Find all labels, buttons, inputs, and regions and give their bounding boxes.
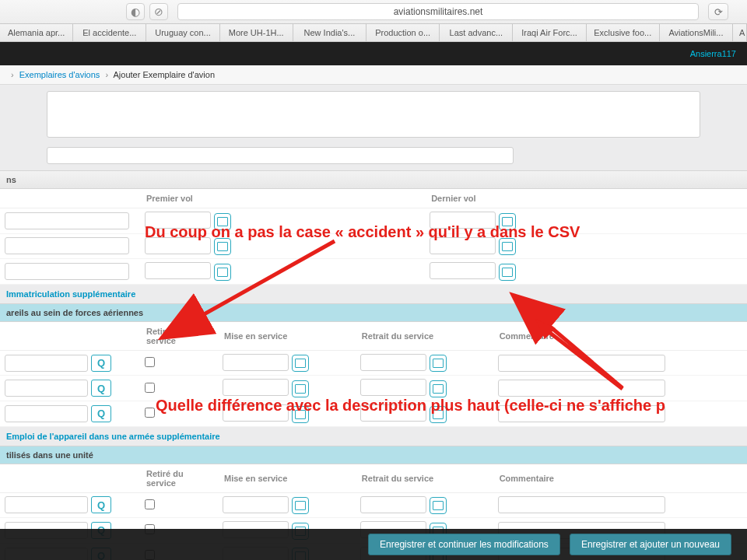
save-continue-button[interactable]: Enregistrer et continuer les modificatio… (368, 534, 560, 555)
section-header: ns (0, 170, 747, 189)
lookup-input[interactable] (5, 405, 88, 422)
dernier-vol-input[interactable] (430, 262, 496, 279)
calendar-icon[interactable] (430, 497, 447, 514)
calendar-icon[interactable] (292, 355, 309, 372)
retire-checkbox[interactable] (145, 357, 155, 367)
reload-icon[interactable]: ⟳ (708, 3, 728, 20)
retire-checkbox[interactable] (145, 408, 155, 418)
forces-table: Retiré du service Mise en service Retrai… (0, 322, 747, 427)
mise-service-input[interactable] (223, 404, 289, 422)
add-emploi-armee-link[interactable]: Emploi de l'appareil dans une armée supp… (6, 432, 220, 441)
mise-service-input[interactable] (223, 354, 289, 371)
lookup-input[interactable] (5, 380, 88, 397)
col-premier-vol: Premier vol (140, 189, 425, 208)
tab[interactable]: A (733, 24, 747, 41)
search-icon[interactable]: Q (91, 380, 111, 397)
tab[interactable]: Last advanc... (440, 24, 513, 41)
col-retire-service: Retiré du service (140, 464, 218, 493)
lookup-input[interactable] (5, 496, 88, 513)
search-icon[interactable]: Q (91, 496, 111, 513)
calendar-icon[interactable] (430, 355, 447, 372)
commentaire-input[interactable] (498, 496, 665, 513)
calendar-icon[interactable] (214, 238, 231, 255)
calendar-icon[interactable] (499, 213, 516, 230)
tab[interactable]: Exclusive foo... (587, 24, 660, 41)
search-icon[interactable]: Q (91, 405, 111, 422)
breadcrumb-parent[interactable]: Exemplaires d'avions (19, 70, 100, 79)
col-retire-service: Retiré du service (140, 322, 218, 351)
calendar-icon[interactable] (292, 380, 309, 397)
calendar-icon[interactable] (499, 238, 516, 255)
col-mise-service: Mise en service (218, 322, 356, 351)
stop-icon[interactable]: ⊘ (149, 3, 168, 20)
username-link[interactable]: Ansierra117 (690, 49, 736, 58)
description-textarea[interactable] (47, 91, 700, 138)
lookup-input[interactable] (5, 355, 88, 372)
col-commentaire: Commentaire (493, 464, 747, 493)
tab[interactable]: AviationsMili... (660, 24, 733, 41)
premier-vol-input[interactable] (145, 262, 211, 279)
row-input[interactable] (5, 263, 129, 280)
retire-checkbox[interactable] (145, 499, 155, 509)
col-mise-service: Mise en service (218, 464, 356, 493)
row-input[interactable] (5, 237, 129, 254)
col-commentaire: Commentaire (493, 322, 747, 351)
calendar-icon[interactable] (292, 497, 309, 514)
browser-chrome: ◐ ⊘ aviationsmilitaires.net ⟳ Alemania a… (0, 0, 747, 42)
calendar-icon[interactable] (292, 406, 309, 423)
save-new-button[interactable]: Enregistrer et ajouter un nouveau (570, 534, 731, 555)
col-retrait-service: Retrait du service (356, 464, 493, 493)
tab[interactable]: Production o... (366, 24, 440, 41)
search-icon[interactable]: Q (91, 355, 111, 372)
calendar-icon[interactable] (214, 264, 231, 281)
app-topbar: Ansierra117 (0, 42, 747, 65)
address-bar[interactable]: aviationsmilitaires.net (177, 3, 699, 20)
dernier-vol-input[interactable] (430, 212, 496, 229)
section-forces-aeriennes: areils au sein de forces aériennes (0, 303, 747, 322)
commentaire-input[interactable] (498, 380, 665, 397)
retrait-service-input[interactable] (360, 354, 426, 371)
col-retrait-service: Retrait du service (356, 322, 493, 351)
tab-strip: Alemania apr... El accidente... Uruguay … (0, 23, 747, 41)
breadcrumb-current: Ajouter Exemplaire d'avion (114, 70, 216, 79)
mise-service-input[interactable] (223, 379, 289, 396)
flight-dates-table: Premier vol Dernier vol (0, 189, 747, 285)
calendar-icon[interactable] (214, 213, 231, 230)
retrait-service-input[interactable] (360, 404, 426, 422)
tab[interactable]: Iraqi Air Forc... (513, 24, 586, 41)
calendar-icon[interactable] (499, 264, 516, 281)
tab[interactable]: More UH-1H... (220, 24, 293, 41)
section-unite: tilisés dans une unité (0, 446, 747, 464)
retrait-service-input[interactable] (360, 379, 426, 396)
chevron-right-icon: › (11, 70, 14, 79)
breadcrumb: › Exemplaires d'avions › Ajouter Exempla… (0, 65, 747, 85)
retire-checkbox[interactable] (145, 383, 155, 393)
row-input[interactable] (5, 212, 129, 229)
commentaire-input[interactable] (498, 405, 665, 422)
premier-vol-input[interactable] (145, 212, 211, 229)
tab[interactable]: Alemania apr... (0, 24, 73, 41)
calendar-icon[interactable] (430, 380, 447, 397)
col-dernier-vol: Dernier vol (425, 189, 710, 208)
retrait-service-input[interactable] (360, 496, 426, 513)
calendar-icon[interactable] (430, 406, 447, 423)
dernier-vol-input[interactable] (430, 237, 496, 254)
tab[interactable]: New India's... (293, 24, 366, 41)
mise-service-input[interactable] (223, 496, 289, 513)
tab[interactable]: El accidente... (73, 24, 146, 41)
action-bar: Enregistrer et continuer les modificatio… (0, 529, 747, 560)
text-input[interactable] (47, 147, 514, 164)
chevron-right-icon: › (105, 70, 108, 79)
add-immatriculation-link[interactable]: Immatriculation supplémentaire (6, 289, 135, 299)
brightness-icon[interactable]: ◐ (126, 3, 145, 20)
tab[interactable]: Uruguay con... (146, 24, 219, 41)
premier-vol-input[interactable] (145, 237, 211, 254)
commentaire-input[interactable] (498, 355, 665, 372)
